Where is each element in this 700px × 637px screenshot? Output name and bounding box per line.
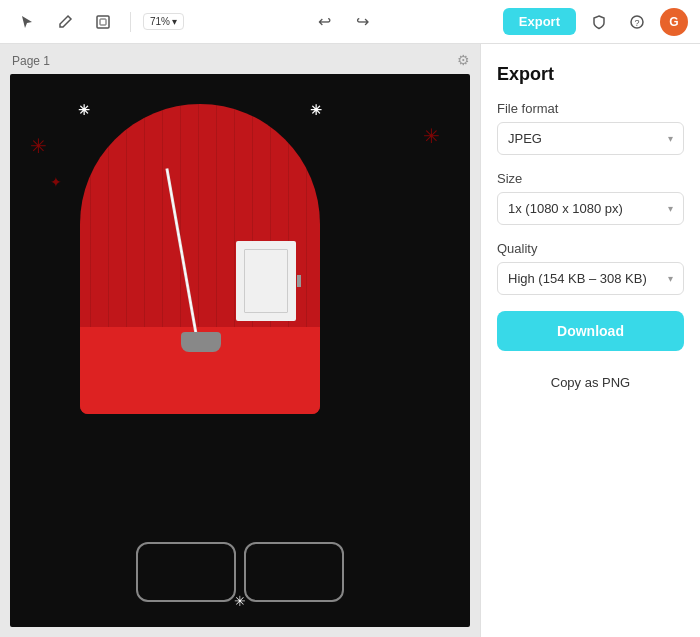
quality-label: Quality bbox=[497, 241, 684, 256]
file-format-chevron-icon: ▾ bbox=[668, 133, 673, 144]
firework-decoration-1: ✳ bbox=[30, 134, 47, 158]
firework-decoration-2: ✳ bbox=[423, 124, 440, 148]
mop-head bbox=[181, 332, 221, 352]
page-label: Page 1 bbox=[12, 54, 50, 68]
toolbar-right: Export ? G bbox=[503, 7, 688, 37]
zoom-control[interactable]: 71% ▾ bbox=[143, 13, 184, 30]
toolbar: 71% ▾ ↩ ↪ Export ? G bbox=[0, 0, 700, 44]
copy-png-button[interactable]: Copy as PNG bbox=[497, 367, 684, 398]
help-icon-button[interactable]: ? bbox=[622, 7, 652, 37]
export-button[interactable]: Export bbox=[503, 8, 576, 35]
select-tool-button[interactable] bbox=[12, 7, 42, 37]
selection-handle-tr[interactable]: ✳ bbox=[310, 102, 322, 118]
size-group: Size 1x (1080 x 1080 px) ▾ bbox=[497, 171, 684, 225]
quality-select[interactable]: High (154 KB – 308 KB) ▾ bbox=[497, 262, 684, 295]
quality-value: High (154 KB – 308 KB) bbox=[508, 271, 647, 286]
redo-button[interactable]: ↪ bbox=[347, 7, 377, 37]
export-panel-title: Export bbox=[497, 64, 684, 85]
export-panel: Export File format JPEG ▾ Size 1x (1080 … bbox=[480, 44, 700, 637]
frame-tool-button[interactable] bbox=[88, 7, 118, 37]
arch-scene bbox=[80, 104, 320, 414]
separator-1 bbox=[130, 12, 131, 32]
cabinet-handle bbox=[297, 275, 301, 287]
arch-image-container[interactable]: ✳ ✳ bbox=[80, 104, 320, 414]
size-value: 1x (1080 x 1080 px) bbox=[508, 201, 623, 216]
avatar[interactable]: G bbox=[660, 8, 688, 36]
placeholder-box-2[interactable] bbox=[244, 542, 344, 602]
file-format-label: File format bbox=[497, 101, 684, 116]
file-format-value: JPEG bbox=[508, 131, 542, 146]
size-label: Size bbox=[497, 171, 684, 186]
main-area: Page 1 ⚙ ✳ ✳ ✦ bbox=[0, 44, 700, 637]
quality-group: Quality High (154 KB – 308 KB) ▾ bbox=[497, 241, 684, 295]
file-format-group: File format JPEG ▾ bbox=[497, 101, 684, 155]
svg-text:?: ? bbox=[634, 18, 639, 28]
pen-tool-button[interactable] bbox=[50, 7, 80, 37]
cabinet bbox=[236, 241, 296, 321]
bottom-asterisk-handle[interactable]: ✳ bbox=[234, 593, 246, 609]
svg-rect-0 bbox=[97, 16, 109, 28]
firework-decoration-3: ✦ bbox=[50, 174, 62, 190]
file-format-select[interactable]: JPEG ▾ bbox=[497, 122, 684, 155]
quality-chevron-icon: ▾ bbox=[668, 273, 673, 284]
svg-rect-1 bbox=[100, 19, 106, 25]
placeholder-box-1[interactable] bbox=[136, 542, 236, 602]
size-chevron-icon: ▾ bbox=[668, 203, 673, 214]
download-button[interactable]: Download bbox=[497, 311, 684, 351]
cabinet-door bbox=[244, 249, 288, 313]
size-select[interactable]: 1x (1080 x 1080 px) ▾ bbox=[497, 192, 684, 225]
selection-handle-tl[interactable]: ✳ bbox=[78, 102, 90, 118]
zoom-chevron: ▾ bbox=[172, 16, 177, 27]
undo-button[interactable]: ↩ bbox=[309, 7, 339, 37]
shield-icon-button[interactable] bbox=[584, 7, 614, 37]
canvas-content: ✳ ✳ ✦ ✳ ✳ bbox=[10, 74, 470, 627]
page-settings-icon[interactable]: ⚙ bbox=[457, 52, 470, 68]
zoom-value: 71% bbox=[150, 16, 170, 27]
canvas-area: Page 1 ⚙ ✳ ✳ ✦ bbox=[0, 44, 480, 637]
